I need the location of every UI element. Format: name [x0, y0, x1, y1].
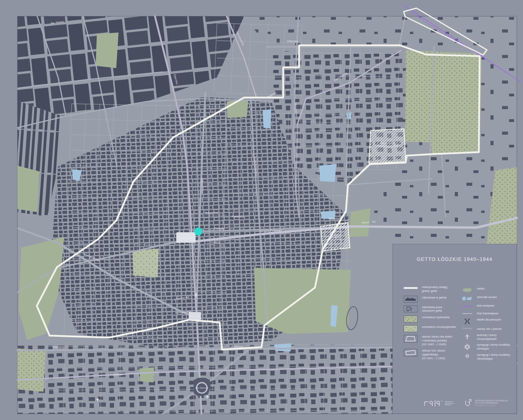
buildings-outside-swatch [404, 305, 418, 312]
christian-cemeteries-swatch [404, 325, 418, 332]
star-of-david-icon [461, 343, 473, 351]
legend-panel: GETTO ŁÓDZKIE 1940–1944 maksymalny zasię… [392, 244, 517, 414]
legend-item-gypsy-camp: obszar tzw. obozu cygańskiego (XI 1941 –… [404, 349, 463, 360]
legend-right-column: zieleń zbiorniki wodne linie kolejowe li… [461, 287, 516, 361]
svg-text:Północna: Północna [53, 346, 65, 349]
svg-text:i młodzieży polskiej: i młodzieży polskiej [377, 145, 397, 147]
buildings-in-ghetto-swatch [404, 296, 418, 303]
map-poster: obóz dla dziecii młodzieży polskiejtzw. … [0, 0, 523, 420]
church-cross-icon [461, 333, 473, 340]
legend-item-greenery: zieleń [461, 287, 516, 293]
legend-item-ghetto-boundary: maksymalny zasięg granic getta [404, 285, 463, 293]
legend-item-footbridges: kładki dla pieszych [461, 318, 516, 325]
children-camp-swatch [404, 335, 418, 343]
water-swatch [461, 295, 473, 302]
legend-item-street-names: Dworska nazwy ulic i placów [461, 327, 516, 331]
svg-text:Bałucki Rynek: Bałucki Rynek [179, 237, 193, 239]
star-of-david-small-icon [461, 353, 473, 359]
gypsy-camp-swatch [404, 349, 418, 357]
svg-text:Spacerowa: Spacerowa [205, 211, 218, 214]
legend-credits: CENTRUM BADAŃ ŻYDOWSKICH IM. FILIPA FRIE… [423, 398, 508, 408]
legend-item-tram-lines: linie tramwajowe [461, 312, 516, 315]
legend-left-column: maksymalny zasięg granic getta zabudowa … [404, 285, 463, 360]
credit-line: CENTRUM BADAŃ ŻYDOWSKICH [475, 400, 508, 402]
legend-item-churches: kościoły i zbory chrześcijańskie [461, 333, 516, 341]
jewish-cemeteries-swatch [404, 315, 418, 322]
tram-swatch [461, 312, 473, 315]
svg-text:Inflancka: Inflancka [287, 40, 298, 43]
footbridge-icon [461, 318, 473, 325]
legend-item-railways: linie kolejowe [461, 304, 516, 309]
university-logo: CENTRUM BADAŃ ŻYDOWSKICH IM. FILIPA FRIE… [464, 398, 508, 408]
legend-item-jewish-cemeteries: cmentarze żydowskie [404, 315, 463, 322]
svg-text:Dworska: Dworska [214, 227, 224, 230]
street-name-sample: Dworska [461, 327, 473, 329]
legend-item-water-bodies: zbiorniki wodne [461, 295, 516, 302]
svg-text:tzw. obóz: tzw. obóz [330, 233, 340, 236]
svg-text:cygański: cygański [330, 236, 340, 238]
svg-text:Pasterska: Pasterska [232, 215, 244, 218]
svg-text:Dworska: Dworska [329, 217, 339, 220]
credit-line: IM. FILIPA FRIEDMANA [475, 402, 508, 404]
legend-item-synagogues-gone: synagogi i domy modlitwy nieistniejące [461, 353, 516, 361]
legend-item-children-camp: obszar obozu dla dzieci i młodzieży pols… [404, 335, 463, 346]
project-logo [423, 398, 456, 408]
svg-text:Stary Rynek: Stary Rynek [189, 315, 201, 317]
svg-text:obóz dla dzieci: obóz dla dzieci [380, 142, 396, 144]
legend-item-synagogues-existing: synagogi i domy modlitwy istniejące [461, 343, 516, 351]
svg-text:Pomorska: Pomorska [110, 373, 122, 376]
svg-text:Zawiszy: Zawiszy [210, 241, 220, 244]
click-marker[interactable] [194, 228, 203, 236]
credit-line: UNIWERSYTET ŁÓDZKI [475, 405, 508, 406]
svg-text:Plac Wolności: Plac Wolności [196, 387, 208, 389]
greenery-swatch [461, 287, 473, 293]
svg-text:Północna: Północna [231, 345, 243, 348]
legend-item-christian-cemeteries: cmentarze chrześcijańskie [404, 325, 463, 332]
legend-item-buildings-outside: zabudowa poza obszarem getta [404, 305, 463, 313]
map-title: GETTO ŁÓDZKIE 1940–1944 [393, 257, 516, 262]
legend-item-buildings-in-ghetto: zabudowa w getcie [404, 296, 463, 303]
railway-swatch [461, 304, 473, 309]
boundary-line-swatch [404, 285, 418, 291]
